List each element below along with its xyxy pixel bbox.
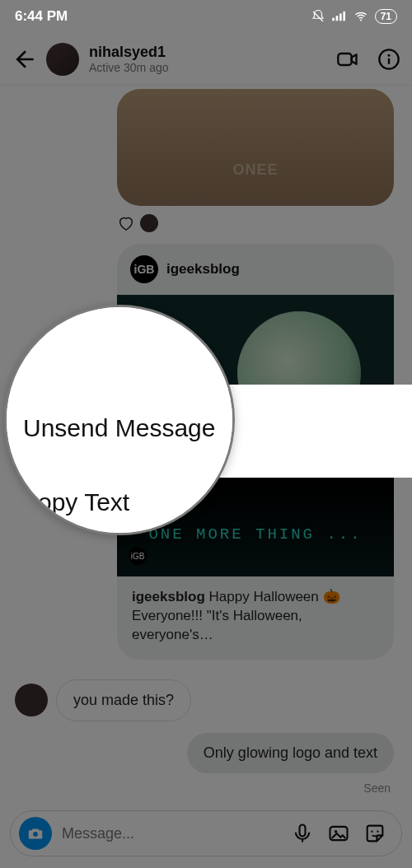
gallery-icon[interactable] (327, 822, 350, 845)
svg-point-2 (387, 54, 390, 56)
header-text[interactable]: nihalsyed1 Active 30m ago (89, 44, 336, 74)
svg-rect-12 (339, 14, 342, 21)
svg-rect-0 (338, 54, 351, 65)
reaction-avatar (140, 214, 158, 232)
gif-tshirt-text: ONEE (232, 161, 278, 179)
message-input[interactable] (52, 825, 284, 842)
info-icon[interactable] (377, 48, 400, 71)
svg-point-8 (371, 831, 372, 833)
post-username: igeeksblog (166, 261, 240, 278)
context-unsend-item[interactable]: Unsend Message (23, 414, 215, 442)
magnifier: Unsend Message opy Text (4, 305, 235, 535)
mute-icon (311, 9, 325, 24)
heart-icon[interactable] (117, 214, 135, 232)
screen: nihalsyed1 Active 30m ago ONEE iGB ige (0, 0, 412, 868)
status-bar: 6:44 PM 71 (0, 0, 412, 33)
chat-active-status: Active 30m ago (89, 61, 336, 74)
incoming-message[interactable]: you made this? (56, 679, 191, 721)
incoming-avatar[interactable] (15, 684, 48, 716)
svg-rect-5 (300, 825, 306, 837)
chat-username: nihalsyed1 (89, 44, 336, 61)
svg-point-9 (377, 831, 378, 833)
svg-point-4 (33, 832, 38, 837)
post-header: iGB igeeksblog (117, 244, 394, 295)
back-button[interactable] (12, 46, 38, 72)
post-caption: igeeksblog Happy Halloween 🎃 Everyone!!!… (117, 576, 394, 660)
svg-rect-10 (332, 18, 335, 21)
reaction-row (117, 214, 402, 232)
outgoing-gif-message[interactable]: ONEE (117, 89, 394, 206)
signal-icon (332, 9, 347, 24)
svg-rect-3 (388, 58, 390, 63)
outgoing-row: Only glowing logo and text (10, 733, 394, 773)
chat-avatar[interactable] (46, 43, 79, 76)
svg-rect-11 (335, 16, 338, 21)
battery-pill: 71 (375, 9, 397, 24)
post-caption-user: igeeksblog (132, 589, 205, 604)
mic-icon[interactable] (291, 822, 314, 845)
seen-label: Seen (10, 782, 391, 795)
post-avatar: iGB (130, 255, 158, 283)
wifi-icon (353, 9, 368, 24)
outgoing-message[interactable]: Only glowing logo and text (187, 733, 394, 773)
composer (10, 810, 402, 856)
sticker-icon[interactable] (363, 822, 386, 845)
chat-header: nihalsyed1 Active 30m ago (0, 33, 412, 86)
video-call-icon[interactable] (336, 48, 359, 71)
status-time: 6:44 PM (15, 8, 68, 25)
post-badge: iGB (129, 547, 147, 565)
svg-rect-13 (343, 12, 345, 21)
incoming-row: you made this? (15, 679, 402, 721)
camera-button[interactable] (19, 817, 52, 850)
svg-point-14 (360, 19, 362, 21)
context-copy-item[interactable]: opy Text (38, 488, 129, 516)
